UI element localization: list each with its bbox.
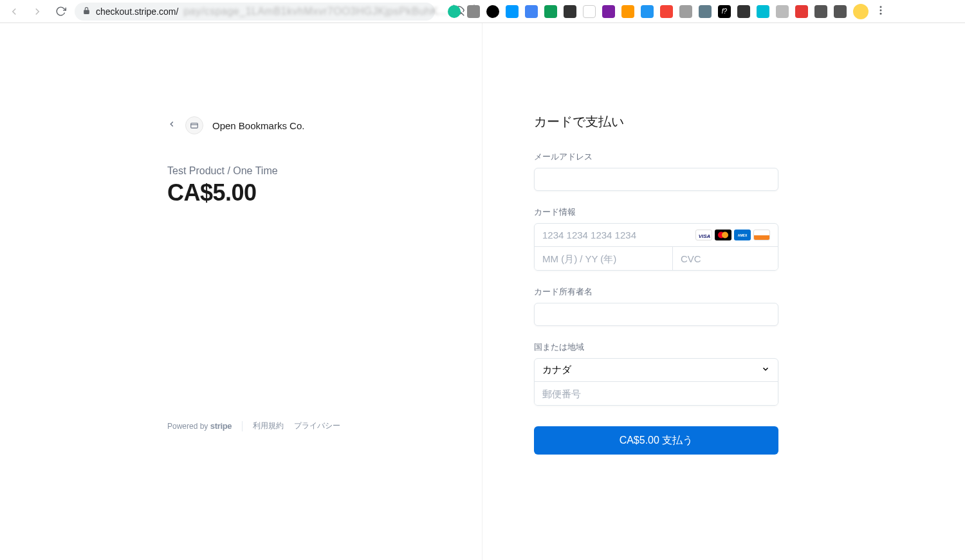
merchant-logo-icon xyxy=(185,116,203,134)
chevron-down-icon xyxy=(761,365,770,375)
privacy-link[interactable]: プライバシー xyxy=(294,420,340,431)
mastercard-icon xyxy=(715,230,731,240)
ext-icon[interactable] xyxy=(737,5,750,18)
visa-icon: VISA xyxy=(695,230,712,240)
ext-icon[interactable] xyxy=(564,5,576,18)
product-name: Test Product / One Time xyxy=(167,165,430,177)
lock-icon xyxy=(82,6,91,17)
amex-icon: AMEX xyxy=(734,230,751,240)
back-button[interactable] xyxy=(5,3,23,21)
email-label: メールアドレス xyxy=(534,151,914,163)
form-title: カードで支払い xyxy=(534,113,914,131)
country-label: 国または地域 xyxy=(534,341,914,353)
ext-icon[interactable] xyxy=(621,5,634,18)
ext-icon[interactable] xyxy=(602,5,615,18)
card-cvc-input[interactable] xyxy=(673,247,778,270)
email-input[interactable] xyxy=(534,168,778,191)
extensions-row: f? xyxy=(448,4,887,19)
menu-icon[interactable] xyxy=(875,5,887,19)
product-price: CA$5.00 xyxy=(167,179,430,206)
ext-icon[interactable] xyxy=(583,5,596,18)
ext-icon[interactable] xyxy=(757,5,769,18)
divider xyxy=(242,421,243,431)
ext-icon[interactable] xyxy=(506,5,519,18)
pay-button[interactable]: CA$5.00 支払う xyxy=(534,426,778,455)
svg-text:VISA: VISA xyxy=(699,233,711,239)
ext-icon[interactable] xyxy=(776,5,789,18)
ext-icon[interactable]: f? xyxy=(718,5,731,18)
cardholder-label: カード所有者名 xyxy=(534,286,914,298)
cardholder-name-input[interactable] xyxy=(534,303,778,326)
url-domain: checkout.stripe.com/ xyxy=(96,6,178,17)
card-number-input[interactable] xyxy=(542,224,695,246)
discover-icon xyxy=(753,230,770,240)
svg-point-8 xyxy=(722,232,728,239)
forward-button[interactable] xyxy=(28,3,46,21)
card-input-group: VISA AMEX xyxy=(534,223,778,271)
postal-code-input[interactable] xyxy=(535,382,778,405)
payment-form: カードで支払い メールアドレス カード情報 VISA AMEX xyxy=(482,23,965,560)
svg-point-4 xyxy=(880,12,882,14)
address-bar[interactable]: checkout.stripe.com/pay/cspage_1LAmB1kvh… xyxy=(75,3,435,21)
ext-icon[interactable] xyxy=(525,5,538,18)
card-expiry-input[interactable] xyxy=(535,247,673,270)
ext-icon[interactable] xyxy=(660,5,673,18)
country-value: カナダ xyxy=(542,364,571,376)
checkout-page: Open Bookmarks Co. Test Product / One Ti… xyxy=(0,23,965,560)
ext-icon[interactable] xyxy=(486,5,499,18)
svg-text:AMEX: AMEX xyxy=(738,233,748,237)
back-arrow-icon[interactable] xyxy=(167,120,176,131)
ext-icon[interactable] xyxy=(795,5,808,18)
svg-rect-5 xyxy=(191,123,198,129)
card-info-label: カード情報 xyxy=(534,206,914,218)
browser-toolbar: checkout.stripe.com/pay/cspage_1LAmB1kvh… xyxy=(0,0,965,23)
profile-avatar[interactable] xyxy=(853,4,868,19)
card-brand-icons: VISA AMEX xyxy=(695,230,770,240)
product-summary: Open Bookmarks Co. Test Product / One Ti… xyxy=(0,23,482,560)
ext-icon[interactable] xyxy=(699,5,712,18)
playlist-icon[interactable] xyxy=(834,5,847,18)
footer: Powered by stripe 利用規約 プライバシー xyxy=(167,420,340,431)
country-select[interactable]: カナダ xyxy=(535,359,778,382)
url-path: pay/cspage_1LAmB1kvhMxvr7OO3HGJKjpsPkBuh… xyxy=(183,6,448,17)
terms-link[interactable]: 利用規約 xyxy=(253,420,284,431)
puzzle-icon[interactable] xyxy=(814,5,827,18)
ext-icon[interactable] xyxy=(679,5,692,18)
merchant-name: Open Bookmarks Co. xyxy=(212,120,304,131)
country-group: カナダ xyxy=(534,358,778,406)
ext-icon[interactable] xyxy=(544,5,557,18)
powered-by: Powered by stripe xyxy=(167,421,232,431)
reload-button[interactable] xyxy=(51,3,69,21)
svg-point-3 xyxy=(880,9,882,11)
ext-icon[interactable] xyxy=(467,5,480,18)
svg-point-2 xyxy=(880,6,882,8)
ext-icon[interactable] xyxy=(641,5,654,18)
ext-icon[interactable] xyxy=(448,5,461,18)
